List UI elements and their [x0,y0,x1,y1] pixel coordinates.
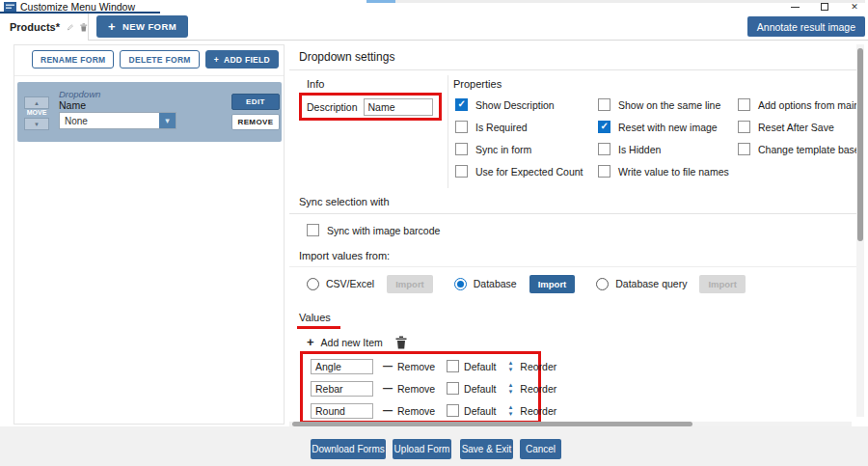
close-icon[interactable]: ✕ [849,1,860,13]
change-template-checkbox[interactable] [738,143,750,155]
new-form-label: NEW FORM [122,21,176,32]
add-options-from-main-window-checkbox[interactable] [738,98,750,111]
reorder-spinner[interactable]: ▲ ▼ [507,383,513,395]
remove-field-button[interactable]: REMOVE [231,114,280,130]
spinner-up-icon[interactable]: ▲ [507,361,513,366]
app-icon [4,2,16,12]
sync-with-image-barcode-checkbox[interactable] [307,224,319,236]
plus-icon[interactable]: + [307,335,314,349]
value-input[interactable] [311,403,373,419]
sync-in-form-checkbox[interactable] [455,143,468,155]
new-form-button[interactable]: + NEW FORM [96,15,188,38]
value-input[interactable] [311,359,373,374]
divider [14,75,284,76]
description-input[interactable] [364,98,433,116]
dropdown-field-card[interactable]: ▲ MOVE ▼ Dropdown Name None ▾ EDIT REMOV… [17,82,282,142]
edit-field-button[interactable]: EDIT [231,94,280,110]
upload-form-button[interactable]: Upload Form [393,439,451,459]
sync-heading: Sync selection with [299,196,390,207]
remove-label[interactable]: Remove [397,361,435,372]
remove-label[interactable]: Remove [397,405,435,417]
reset-after-save-checkbox[interactable] [738,121,750,133]
value-input[interactable] [311,381,373,397]
write-value-to-file-names-checkbox[interactable] [598,165,610,178]
property-row: Sync in form [455,138,583,160]
rename-form-button[interactable]: RENAME FORM [32,50,115,69]
import-database-button[interactable]: Import [529,275,576,293]
vertical-scrollbar-track[interactable] [856,44,864,417]
property-row: Is Required [455,116,583,138]
checkbox-label: Show on the same line [618,99,720,111]
checkbox-label: Show Description [475,99,555,111]
annotate-result-image-button[interactable]: Annotate result image [747,16,865,37]
spinner-down-icon[interactable]: ▼ [507,368,513,372]
info-heading: Info [307,78,324,90]
radio-label: Database query [615,278,687,289]
database-query-radio[interactable] [596,278,609,290]
field-value-select[interactable]: None ▾ [59,112,176,129]
use-for-expected-count-checkbox[interactable] [455,165,468,178]
reset-with-new-image-checkbox[interactable] [598,121,610,133]
import-database-query-button[interactable]: Import [699,275,746,293]
default-checkbox[interactable] [447,382,459,395]
reorder-label: Reorder [520,383,556,395]
spinner-up-icon[interactable]: ▲ [507,405,513,410]
top-scrollbar-thumb[interactable] [366,0,395,3]
plus-icon: + [214,55,219,65]
spinner-down-icon[interactable]: ▼ [507,412,513,417]
csv-excel-radio[interactable] [307,278,319,290]
import-heading: Import values from: [299,250,390,261]
tab-bar: Products* + NEW FORM Annotate result ima… [0,14,868,41]
checkbox-label: Add options from main window [758,99,860,111]
reorder-spinner[interactable]: ▲ ▼ [507,405,513,417]
remove-label[interactable]: Remove [397,383,435,395]
maximize-icon[interactable] [819,1,830,13]
properties-column-1: Show Description Is Required Sync in for… [455,94,583,182]
checkbox-label: Reset with new image [618,122,718,133]
tab-products[interactable]: Products* [0,14,89,41]
annotation-box-values: — Remove Default ▲ ▼ Reorder — Remove De… [300,351,541,424]
minimize-icon[interactable] [789,1,800,13]
annotation-underline-values [297,326,340,329]
vertical-scrollbar-thumb[interactable] [857,48,863,241]
default-checkbox[interactable] [447,404,459,417]
show-description-checkbox[interactable] [455,98,468,111]
delete-form-button[interactable]: DELETE FORM [120,50,199,69]
add-field-button[interactable]: + ADD FIELD [205,50,279,69]
customize-menu-window: Customize Menu Window ✕ Products* + NEW … [0,0,868,466]
checkbox-label: Is Hidden [618,144,661,155]
value-row: — Remove Default ▲ ▼ Reorder [303,355,538,377]
minus-icon[interactable]: — [383,361,393,371]
spinner-down-icon[interactable]: ▼ [507,390,513,395]
value-row: — Remove Default ▲ ▼ Reorder [303,377,538,399]
move-down-button[interactable]: ▼ [24,118,49,130]
checkbox-label: Write value to file names [618,166,729,178]
delete-trash-icon[interactable] [80,21,88,34]
trash-icon[interactable] [395,336,407,349]
cancel-button[interactable]: Cancel [520,439,561,459]
field-type-label: Dropdown [59,89,100,99]
database-radio[interactable] [454,278,467,290]
reorder-label: Reorder [520,361,556,372]
properties-heading: Properties [453,78,502,90]
property-row: Is Hidden [598,138,729,160]
is-required-checkbox[interactable] [455,121,468,133]
default-checkbox[interactable] [447,360,459,372]
show-on-same-line-checkbox[interactable] [598,98,610,111]
minus-icon[interactable]: — [383,383,393,394]
divider [448,75,448,188]
property-row: Show Description [455,94,583,116]
import-csv-button[interactable]: Import [387,275,433,293]
reorder-spinner[interactable]: ▲ ▼ [507,361,513,372]
save-exit-button[interactable]: Save & Exit [460,439,513,459]
add-new-item-label[interactable]: Add new Item [321,337,383,348]
is-hidden-checkbox[interactable] [598,143,610,155]
minus-icon[interactable]: — [383,405,393,416]
rename-pencil-icon[interactable] [67,21,74,34]
radio-label: CSV/Excel [326,278,374,289]
property-row: Write value to file names [598,160,729,182]
move-up-button[interactable]: ▲ [24,96,49,109]
add-new-item-row: + Add new Item [307,334,407,350]
download-forms-button[interactable]: Download Forms [311,439,386,459]
spinner-up-icon[interactable]: ▲ [507,383,513,388]
